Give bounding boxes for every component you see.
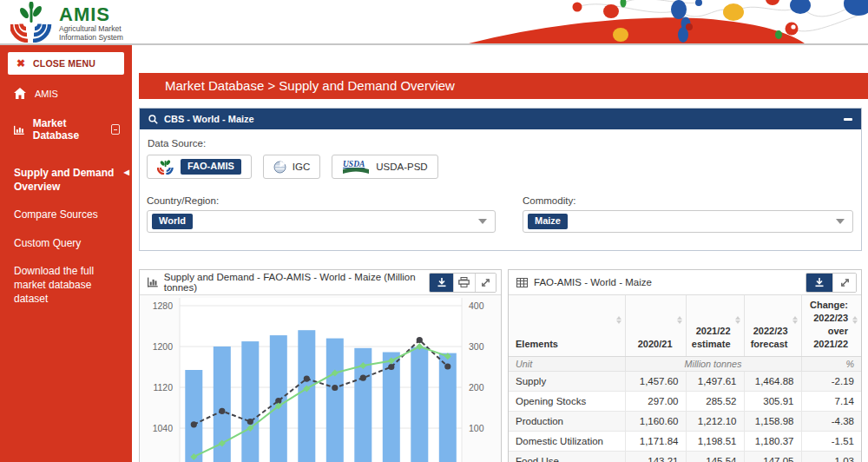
unit-value: Million tonnes (625, 357, 801, 372)
sidebar-item-label: Download the full market database datase… (14, 265, 94, 305)
commodity-select[interactable]: Maize (523, 210, 853, 233)
table-cell: 1,497.61 (686, 372, 744, 392)
unit-change: % (801, 357, 861, 372)
sort-icon (616, 316, 621, 324)
chart-download-button[interactable] (430, 274, 453, 292)
source-button-usda-psd[interactable]: USDA USDA-PSD (332, 155, 437, 179)
close-menu-label: CLOSE MENU (33, 58, 95, 69)
close-menu-button[interactable]: ✖ CLOSE MENU (8, 52, 124, 75)
table-row: Opening Stocks297.00285.52305.917.14 (509, 392, 861, 412)
amis-logo[interactable]: AMIS Agricultural Market Information Sys… (10, 2, 123, 43)
column-header-4[interactable]: Change: 2022/23 over 2021/22 (801, 295, 861, 357)
filter-panel-header: CBS - World - Maize (140, 109, 861, 129)
table-cell: Food Use (509, 452, 625, 462)
top-header: AMIS Agricultural Market Information Sys… (0, 0, 868, 45)
collapse-panel-icon[interactable] (844, 118, 852, 121)
close-icon: ✖ (16, 58, 25, 69)
table-cell: 1,171.84 (625, 432, 686, 452)
expand-icon (840, 278, 850, 287)
svg-text:1280: 1280 (153, 300, 174, 311)
commodity-selected-tag[interactable]: Maize (528, 214, 568, 229)
logo-subtitle-1: Agricultural Market (59, 24, 123, 33)
usda-logo-icon: USDA (342, 159, 370, 175)
table-cell: 1,158.98 (744, 412, 801, 432)
table-cell: -1.51 (801, 432, 861, 452)
source-label: IGC (293, 162, 310, 172)
table-cell: 1.03 (801, 452, 861, 462)
sidebar-submenu: Supply and Demand Overview ◀ Compare Sou… (0, 150, 132, 313)
main-content: Market Database > Supply and Demand Over… (132, 45, 868, 462)
chart-expand-button[interactable] (475, 274, 496, 292)
chart-print-button[interactable] (453, 274, 474, 292)
sidebar-item-download-dataset[interactable]: Download the full market database datase… (0, 257, 132, 314)
chart-icon (148, 277, 158, 287)
logo-subtitle-2: Information System (59, 33, 123, 42)
column-header-2[interactable]: 2021/22 estimate (686, 295, 744, 357)
column-header-3[interactable]: 2022/23 forecast (744, 295, 801, 357)
table-cell: Opening Stocks (509, 392, 625, 412)
sort-icon (792, 316, 798, 324)
source-button-igc[interactable]: IGC (263, 155, 320, 179)
unit-label: Unit (509, 357, 625, 372)
sidebar-item-label: Supply and Demand Overview (14, 167, 114, 193)
table-expand-button[interactable] (832, 274, 856, 292)
country-select[interactable]: World (147, 210, 496, 233)
table-cell: 145.54 (686, 452, 744, 462)
table-panel-header: FAO-AMIS - World - Maize (509, 270, 861, 295)
amis-mini-logo-icon (157, 159, 174, 175)
table-cell: 1,198.51 (686, 432, 744, 452)
search-icon (148, 115, 158, 124)
svg-text:100: 100 (469, 423, 484, 433)
table-row: Food Use143.21145.54147.051.03 (509, 452, 861, 462)
app-root: { "header": { "logo_title": "AMIS", "log… (0, 0, 868, 462)
table-cell: Supply (509, 372, 625, 392)
source-button-fao-amis[interactable]: FAO-AMIS (147, 155, 252, 179)
column-header-0[interactable]: Elements (509, 295, 625, 357)
collapse-section-icon[interactable] (111, 124, 120, 135)
amis-logo-icon (10, 2, 54, 43)
table-panel: FAO-AMIS - World - Maize (508, 269, 862, 462)
country-label: Country/Region: (147, 195, 496, 206)
sort-icon (852, 316, 858, 324)
supply-demand-table: Elements2020/212021/22 estimate2022/23 f… (509, 295, 861, 462)
igc-logo-icon (273, 161, 286, 174)
chevron-down-icon (478, 219, 487, 224)
svg-text:USDA: USDA (343, 160, 365, 168)
sidebar-item-supply-and-demand-overview[interactable]: Supply and Demand Overview ◀ (0, 159, 132, 201)
table-panel-title: FAO-AMIS - World - Maize (534, 277, 652, 287)
caret-left-icon: ◀ (124, 168, 129, 178)
sidebar-item-market-database[interactable]: Market Database (0, 108, 132, 150)
table-download-button[interactable] (806, 274, 832, 292)
table-cell: 147.05 (744, 452, 801, 462)
table-cell: 1,180.37 (744, 432, 801, 452)
unit-row: UnitMillion tonnes% (509, 357, 861, 372)
table-icon (516, 278, 528, 287)
table-cell: Domestic Utilization (509, 432, 625, 452)
svg-text:1200: 1200 (153, 341, 174, 352)
sidebar-item-compare-sources[interactable]: Compare Sources (0, 201, 132, 228)
supply-demand-chart[interactable]: 1040112012001280100200300400 (140, 295, 501, 462)
chevron-down-icon (836, 219, 845, 224)
home-icon (14, 88, 26, 99)
sort-icon (735, 316, 740, 324)
table-cell: 285.52 (686, 392, 744, 412)
table-row: Domestic Utilization1,171.841,198.511,18… (509, 432, 861, 452)
download-icon (814, 277, 825, 287)
bar-chart-icon (14, 124, 24, 135)
chart-panel-header: Supply and Demand - FAO-AMIS - World - M… (140, 270, 501, 295)
column-header-1[interactable]: 2020/21 (625, 295, 686, 357)
expand-icon (481, 278, 490, 287)
country-selected-tag[interactable]: World (152, 214, 193, 229)
svg-text:1120: 1120 (153, 382, 173, 393)
table-row: Supply1,457.601,497.611,464.88-2.19 (509, 372, 861, 392)
sidebar-item-amis[interactable]: AMIS (0, 78, 132, 108)
chart-panel: Supply and Demand - FAO-AMIS - World - M… (139, 269, 502, 462)
sidebar-item-custom-query[interactable]: Custom Query (0, 229, 132, 257)
sidebar-item-label: Market Database (33, 117, 102, 142)
table-cell: 143.21 (625, 452, 686, 462)
table-row: Production1,160.601,212.101,158.98-4.38 (509, 412, 861, 432)
sidebar: ✖ CLOSE MENU AMIS Market Database Supply… (0, 45, 132, 462)
table-cell: -2.19 (801, 372, 861, 392)
commodity-label: Commodity: (523, 195, 853, 206)
print-icon (458, 277, 470, 287)
